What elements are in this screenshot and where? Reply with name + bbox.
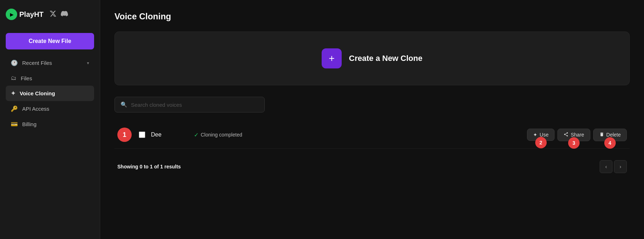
logo-text: PlayHT [19,10,44,19]
voice-name: Dee [151,132,180,138]
pagination: Showing 0 to 1 of 1 results ‹ › [114,160,630,173]
sidebar-nav: 🕐 Recent Files ▾ 🗂 Files ✦ Voice Cloning… [6,55,94,132]
results-separator: to [142,164,150,169]
use-sparkle-icon: ✦ [533,132,537,138]
prev-page-button[interactable]: ‹ [600,160,613,173]
sidebar-item-billing[interactable]: 💳 Billing [6,116,94,132]
sidebar-item-recent-files[interactable]: 🕐 Recent Files ▾ [6,55,94,71]
twitter-icon[interactable] [49,10,57,19]
chevron-right-icon: › [620,164,621,169]
chevron-down-icon: ▾ [87,61,89,66]
delete-label: Delete [606,132,621,138]
results-total: 1 [160,164,163,169]
create-new-clone-card[interactable]: + Create a New Clone [114,32,630,85]
share-badge: 3 [568,137,580,149]
row-checkbox[interactable] [139,132,145,138]
clock-icon: 🕐 [11,59,18,66]
search-icon: 🔍 [121,101,127,108]
next-page-button[interactable]: › [614,160,627,173]
use-badge: 2 [535,137,547,148]
use-button[interactable]: ✦ Use 2 [527,129,555,141]
share-icon [564,132,569,138]
create-new-file-button[interactable]: Create New File [6,33,94,49]
sparkle-icon: ✦ [11,90,15,97]
search-input-wrapper: 🔍 [114,97,265,113]
chevron-left-icon: ‹ [605,164,607,169]
sidebar-item-voice-cloning[interactable]: ✦ Voice Cloning [6,86,94,101]
sidebar-item-files[interactable]: 🗂 Files [6,71,94,86]
logo: PlayHT [6,9,44,20]
sidebar-item-label: Billing [22,121,36,127]
logo-area: PlayHT [6,7,94,21]
row-number-badge: 1 [117,128,132,142]
sidebar-item-label: Voice Cloning [20,90,55,96]
search-container: 🔍 [114,97,630,113]
sidebar-item-label: API Access [22,106,49,112]
share-label: Share [571,132,584,138]
key-icon: 🔑 [11,105,18,112]
row-actions: ✦ Use 2 Share 3 [527,129,627,141]
voice-list: 1 Dee ✓ Cloning completed ✦ Use 2 [114,121,630,149]
plus-icon: + [322,48,342,68]
results-text: Showing 0 to 1 of 1 results [117,164,181,169]
files-icon: 🗂 [11,75,16,81]
sidebar-item-api-access[interactable]: 🔑 API Access [6,101,94,116]
results-suffix: results [163,164,181,169]
status-badge: ✓ Cloning completed [194,132,242,138]
create-clone-label: Create a New Clone [349,54,422,63]
delete-badge: 4 [604,137,616,149]
trash-icon [599,132,604,138]
status-text: Cloning completed [201,132,242,138]
credit-card-icon: 💳 [11,121,18,128]
search-input[interactable] [131,102,259,108]
status-check-icon: ✓ [194,132,199,138]
results-prefix: Showing [117,164,140,169]
delete-button[interactable]: Delete 4 [593,129,627,141]
playht-logo-icon [6,9,17,20]
sidebar-item-label: Recent Files [22,60,52,66]
social-icons [49,10,68,19]
table-row: 1 Dee ✓ Cloning completed ✦ Use 2 [114,121,630,149]
main-content: Voice Cloning + Create a New Clone 🔍 1 D… [100,0,644,239]
page-navigation: ‹ › [600,160,627,173]
discord-icon[interactable] [61,10,68,19]
page-title: Voice Cloning [114,11,630,21]
results-of: of [153,164,160,169]
results-start: 0 [140,164,142,169]
share-button[interactable]: Share 3 [557,129,590,141]
sidebar-item-label: Files [21,75,32,81]
results-end: 1 [150,164,153,169]
sidebar: PlayHT Create New File 🕐 Recent Files ▾ [0,0,100,239]
